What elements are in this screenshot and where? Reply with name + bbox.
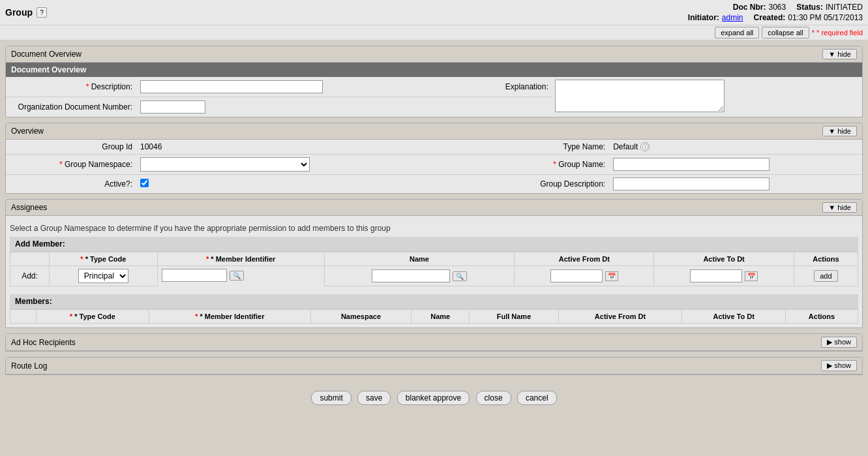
required-star: * xyxy=(812,29,816,37)
status-label: Status: xyxy=(796,3,823,12)
ad-hoc-toggle[interactable]: ▶ show xyxy=(821,337,857,348)
active-row: Active?: Group Description: xyxy=(6,175,862,194)
collapse-all-button[interactable]: collapse all xyxy=(762,27,809,38)
overview-section-body: Group Id 10046 Type Name: Default ⓘ xyxy=(6,140,862,193)
document-overview-header: Document Overview ▼ hide xyxy=(6,46,862,63)
blanket-approve-button[interactable]: blanket approve xyxy=(397,391,470,405)
initiator-value[interactable]: admin xyxy=(722,13,743,22)
document-overview-section: Document Overview ▼ hide Document Overvi… xyxy=(5,46,863,117)
status-group: Status: INITIATED xyxy=(796,3,863,12)
name-input[interactable] xyxy=(372,269,450,282)
member-identifier-cell: 🔍 xyxy=(158,266,324,284)
description-label: Description: xyxy=(91,82,132,91)
created-label: Created: xyxy=(754,13,786,22)
add-member-label: Add Member: xyxy=(10,237,858,252)
type-name-value-cell: Default ⓘ xyxy=(609,140,862,155)
cancel-button[interactable]: cancel xyxy=(517,391,557,405)
description-input[interactable] xyxy=(140,80,323,93)
member-identifier-search-button[interactable]: 🔍 xyxy=(230,271,244,281)
active-to-calendar-button[interactable]: 📅 xyxy=(745,271,758,281)
active-from-calendar-button[interactable]: 📅 xyxy=(605,271,618,281)
members-col-blank xyxy=(10,310,37,324)
active-label: Active?: xyxy=(104,179,132,189)
overview-section: Overview ▼ hide Group Id 10046 Type Name… xyxy=(5,123,863,194)
toolbar: expand all collapse all * * required fie… xyxy=(0,25,868,40)
close-button[interactable]: close xyxy=(476,391,511,405)
main-content: Document Overview ▼ hide Document Overvi… xyxy=(0,40,868,386)
doc-nbr-group: Doc Nbr: 3063 xyxy=(733,3,786,12)
members-col-active-to: Active To Dt xyxy=(682,310,786,324)
members-col-name: Name xyxy=(412,310,470,324)
members-subsection: Members: * * Type Code * * Member Identi… xyxy=(10,294,858,324)
group-description-label: Group Description: xyxy=(540,179,605,189)
add-button[interactable]: add xyxy=(814,270,837,282)
members-col-active-from: Active From Dt xyxy=(558,310,682,324)
active-value-cell xyxy=(136,175,479,194)
group-name-label: Group Name: xyxy=(558,160,605,169)
group-id-row: Group Id 10046 Type Name: Default ⓘ xyxy=(6,140,862,155)
active-checkbox[interactable] xyxy=(140,179,149,187)
members-col-member-id: * * Member Identifier xyxy=(149,310,310,324)
group-namespace-required-star: * xyxy=(59,160,65,169)
explanation-label-cell: Explanation: xyxy=(474,77,552,97)
header-left: Group ? xyxy=(5,7,47,18)
ad-hoc-title: Ad Hoc Recipients xyxy=(11,338,76,347)
assignees-section-body: Select a Group Namespace to determine if… xyxy=(6,216,862,327)
add-action-cell: add xyxy=(794,266,858,286)
description-required-star: * xyxy=(86,82,91,91)
route-log-title: Route Log xyxy=(11,361,47,371)
required-field-text: * * required field xyxy=(812,29,863,37)
active-to-input[interactable] xyxy=(690,269,742,282)
header-info-row1: Doc Nbr: 3063 Status: INITIATED xyxy=(733,3,863,12)
ad-hoc-section: Ad Hoc Recipients ▶ show xyxy=(5,333,863,352)
type-name-value-container: Default ⓘ xyxy=(613,142,858,151)
active-label-cell: Active?: xyxy=(6,175,136,194)
active-from-input[interactable] xyxy=(550,269,603,282)
col-member-identifier-header: * * Member Identifier xyxy=(157,252,324,266)
type-name-info-icon[interactable]: ⓘ xyxy=(640,142,650,151)
col-name-header: Name xyxy=(324,252,515,266)
group-name-label-cell: * Group Name: xyxy=(479,155,609,175)
document-overview-toggle[interactable]: ▼ hide xyxy=(822,49,857,59)
expand-all-button[interactable]: expand all xyxy=(715,27,759,38)
route-log-section: Route Log ▶ show xyxy=(5,357,863,375)
explanation-textarea[interactable] xyxy=(555,80,725,112)
save-button[interactable]: save xyxy=(357,391,391,405)
overview-toggle[interactable]: ▼ hide xyxy=(822,126,857,136)
bottom-bar: submit save blanket approve close cancel xyxy=(0,386,868,410)
member-identifier-input[interactable] xyxy=(162,269,227,282)
status-value: INITIATED xyxy=(826,3,863,12)
type-name-value: Default xyxy=(613,142,638,151)
name-search-button[interactable]: 🔍 xyxy=(453,271,467,281)
type-code-cell: Principal Group xyxy=(50,266,158,286)
submit-button[interactable]: submit xyxy=(311,391,351,405)
org-doc-number-input[interactable] xyxy=(140,100,205,114)
help-icon[interactable]: ? xyxy=(37,7,47,18)
org-doc-number-label-cell: Organization Document Number: xyxy=(6,97,136,117)
group-id-label: Group Id xyxy=(102,142,132,151)
members-label: Members: xyxy=(10,294,858,309)
col-type-code-header: * * Type Code xyxy=(50,252,158,266)
document-overview-subsection-title: Document Overview xyxy=(6,63,862,77)
page-header: Group ? Doc Nbr: 3063 Status: INITIATED … xyxy=(0,0,868,25)
org-doc-number-label: Organization Document Number: xyxy=(18,102,132,112)
group-description-input[interactable] xyxy=(613,177,770,190)
group-name-value-cell xyxy=(609,155,862,175)
add-member-row: Add: Principal Group 🔍 xyxy=(10,266,858,286)
assignees-body-inner: Select a Group Namespace to determine if… xyxy=(6,216,862,327)
explanation-value-cell xyxy=(552,77,862,117)
created-group: Created: 01:30 PM 05/17/2013 xyxy=(754,13,863,22)
type-code-select[interactable]: Principal Group xyxy=(78,269,128,283)
col-actions-header: Actions xyxy=(794,252,858,266)
group-namespace-select[interactable] xyxy=(140,157,310,172)
group-name-input[interactable] xyxy=(613,158,770,171)
members-col-namespace: Namespace xyxy=(310,310,411,324)
members-header-row: * * Type Code * * Member Identifier Name… xyxy=(10,310,858,324)
assignees-toggle[interactable]: ▼ hide xyxy=(822,202,857,213)
col-blank xyxy=(10,252,50,266)
header-info-row2: Initiator: admin Created: 01:30 PM 05/17… xyxy=(688,13,863,22)
group-namespace-row: * Group Namespace: * Group Name: xyxy=(6,155,862,175)
route-log-toggle[interactable]: ▶ show xyxy=(821,360,857,371)
group-name-required-star: * xyxy=(553,160,558,169)
col-active-to-header: Active To Dt xyxy=(654,252,794,266)
